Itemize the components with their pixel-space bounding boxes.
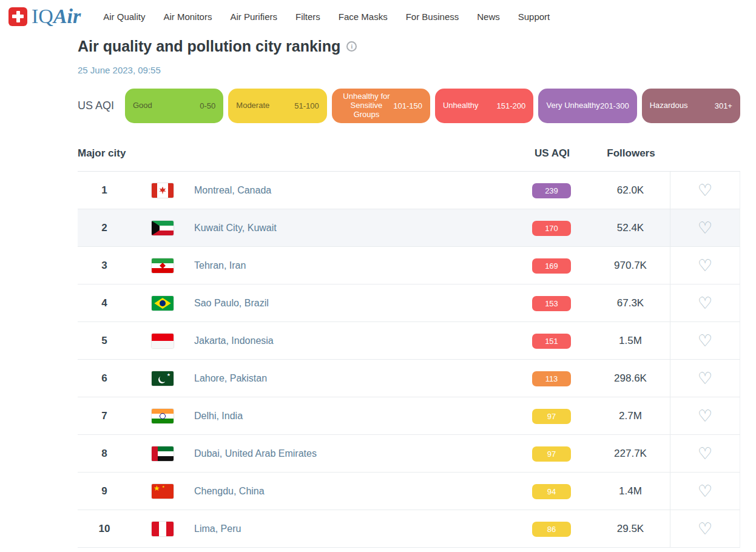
table-row: 1 Montreal, Canada 239 62.0K ♡ (78, 172, 740, 209)
heart-icon[interactable]: ♡ (698, 258, 712, 274)
city-link[interactable]: Montreal, Canada (194, 185, 271, 195)
table-header: Major city US AQI Followers (78, 135, 740, 172)
table-row: 6 Lahore, Pakistan 113 298.6K ♡ (78, 360, 740, 397)
heart-icon[interactable]: ♡ (698, 521, 712, 537)
heart-icon[interactable]: ♡ (698, 183, 712, 199)
city-link[interactable]: Lima, Peru (194, 523, 241, 534)
brand-logo[interactable]: IQAir (8, 6, 81, 27)
legend-very-unhealthy: Very Unhealthy 201-300 (538, 89, 636, 123)
nav-air-monitors[interactable]: Air Monitors (154, 7, 221, 27)
followers-count: 1.5M (591, 335, 670, 347)
legend-very-unhealthy-name: Very Unhealthy (546, 101, 600, 110)
top-navigation: IQAir Air Quality Air Monitors Air Purif… (0, 0, 756, 28)
city-link[interactable]: Jakarta, Indonesia (194, 335, 274, 346)
table-row: 3 Tehran, Iran 169 970.7K ♡ (78, 247, 740, 284)
city-link[interactable]: Lahore, Pakistan (194, 373, 267, 383)
flag-uae-icon (152, 446, 174, 461)
followers-count: 29.5K (591, 523, 670, 535)
rank: 1 (78, 184, 131, 197)
brand-logo-text: IQAir (32, 6, 81, 27)
aqi-badge: 239 (532, 183, 571, 198)
aqi-badge: 153 (532, 296, 571, 311)
table-row: 7 Delhi, India 97 2.7M ♡ (78, 397, 740, 435)
city-link[interactable]: Kuwait City, Kuwait (194, 223, 277, 233)
rank: 10 (78, 523, 131, 535)
table-row: 9 Chengdu, China 94 1.4M ♡ (78, 473, 740, 510)
followers-count: 1.4M (591, 485, 670, 497)
info-icon[interactable]: i (346, 41, 357, 52)
heart-icon[interactable]: ♡ (698, 446, 712, 462)
aqi-legend: US AQI Good 0-50 Moderate 51-100 Unhealt… (78, 89, 740, 123)
rank: 3 (78, 260, 131, 272)
table-row: 2 Kuwait City, Kuwait 170 52.4K ♡ (78, 209, 740, 247)
heart-icon[interactable]: ♡ (698, 295, 712, 312)
aqi-badge: 86 (532, 522, 571, 537)
page-title: Air quality and pollution city ranking (78, 38, 340, 55)
table-row: 5 Jakarta, Indonesia 151 1.5M ♡ (78, 322, 740, 360)
flag-brazil-icon (152, 296, 174, 311)
aqi-badge: 113 (532, 371, 571, 386)
heart-icon[interactable]: ♡ (698, 483, 712, 500)
ranking-timestamp: 25 June 2023, 09:55 (78, 65, 740, 75)
aqi-badge: 97 (532, 446, 571, 462)
followers-count: 67.3K (591, 297, 670, 309)
aqi-badge: 169 (532, 258, 571, 274)
table-row: 8 Dubai, United Arab Emirates 97 227.7K … (78, 435, 740, 473)
header-major-city: Major city (78, 147, 513, 160)
main-content: Air quality and pollution city ranking i… (78, 38, 740, 548)
legend-very-unhealthy-range: 201-300 (600, 101, 629, 110)
flag-india-icon (152, 409, 174, 423)
nav-air-quality[interactable]: Air Quality (94, 7, 154, 27)
heart-icon[interactable]: ♡ (698, 333, 712, 349)
rank: 2 (78, 222, 131, 234)
city-ranking-table: Major city US AQI Followers 1 Montreal, … (78, 135, 740, 548)
header-followers: Followers (592, 147, 670, 160)
flag-canada-icon (152, 183, 174, 198)
nav-items: Air Quality Air Monitors Air Purifiers F… (94, 7, 559, 27)
rank: 8 (78, 448, 131, 460)
followers-count: 52.4K (591, 222, 670, 234)
heart-icon[interactable]: ♡ (698, 408, 712, 425)
aqi-legend-label: US AQI (78, 99, 120, 112)
header-us-aqi: US AQI (513, 147, 592, 160)
legend-good-range: 0-50 (200, 101, 215, 110)
flag-kuwait-icon (152, 221, 174, 235)
aqi-badge: 94 (532, 484, 571, 499)
legend-moderate-name: Moderate (236, 101, 294, 110)
rank: 6 (78, 372, 131, 385)
followers-count: 2.7M (591, 410, 670, 422)
flag-peru-icon (152, 522, 174, 536)
flag-china-icon (152, 484, 174, 499)
nav-face-masks[interactable]: Face Masks (329, 7, 397, 27)
nav-air-purifiers[interactable]: Air Purifiers (221, 7, 286, 27)
aqi-badge: 170 (532, 221, 571, 236)
nav-for-business[interactable]: For Business (397, 7, 468, 27)
heart-icon[interactable]: ♡ (698, 220, 712, 237)
aqi-badge: 151 (532, 334, 571, 349)
nav-support[interactable]: Support (509, 7, 559, 27)
heart-icon[interactable]: ♡ (698, 371, 712, 387)
legend-unhealthy-name: Unhealthy (443, 101, 497, 110)
swiss-cross-icon (8, 7, 27, 26)
city-link[interactable]: Chengdu, China (194, 486, 265, 496)
legend-hazardous-name: Hazardous (650, 101, 715, 110)
followers-count: 62.0K (591, 184, 670, 197)
legend-good-name: Good (133, 101, 200, 110)
rank: 4 (78, 297, 131, 309)
legend-unhealthy-range: 151-200 (497, 101, 526, 110)
followers-count: 298.6K (591, 372, 670, 385)
rank: 5 (78, 335, 131, 347)
city-link[interactable]: Delhi, India (194, 411, 243, 421)
nav-news[interactable]: News (468, 7, 509, 27)
nav-filters[interactable]: Filters (286, 7, 329, 27)
followers-count: 970.7K (591, 260, 670, 272)
legend-unhealthy: Unhealthy 151-200 (435, 89, 533, 123)
legend-moderate: Moderate 51-100 (228, 89, 326, 123)
followers-count: 227.7K (591, 448, 670, 460)
legend-good: Good 0-50 (125, 89, 223, 123)
flag-iran-icon (152, 258, 174, 273)
city-link[interactable]: Tehran, Iran (194, 260, 246, 271)
legend-hazardous-range: 301+ (715, 101, 732, 110)
city-link[interactable]: Dubai, United Arab Emirates (194, 448, 317, 459)
city-link[interactable]: Sao Paulo, Brazil (194, 298, 269, 308)
